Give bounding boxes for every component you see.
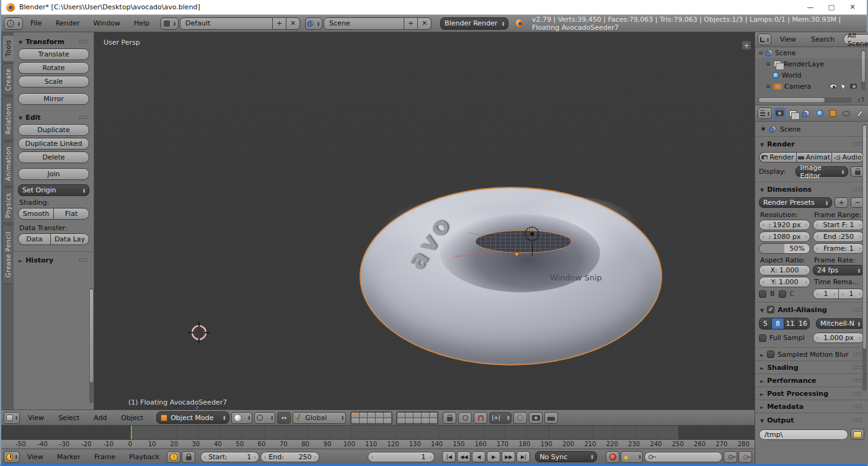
panel-grip-icon[interactable]	[853, 417, 863, 424]
layer-cell[interactable]	[422, 413, 429, 418]
snap-toggle[interactable]	[474, 412, 487, 424]
layer-cell[interactable]	[376, 418, 383, 423]
torus-object[interactable]: avo	[360, 187, 662, 365]
screen-layout-value[interactable]: Default	[180, 17, 273, 30]
tab-tools[interactable]: Tools	[2, 35, 14, 62]
edit-panel-header[interactable]: Edit	[14, 110, 94, 124]
frame-rate-dropdown[interactable]: 24 fps	[813, 265, 864, 276]
play-reverse-button[interactable]: ◀	[472, 451, 485, 462]
tab-object[interactable]	[828, 107, 839, 120]
render-presets-dropdown[interactable]: Render Presets	[759, 197, 832, 208]
layer-cell[interactable]	[405, 413, 413, 418]
pin-icon[interactable]: ✶	[760, 125, 766, 133]
tab-render-layers[interactable]	[787, 107, 799, 120]
layer-cell[interactable]	[414, 413, 421, 418]
outliner-view-menu[interactable]: View	[774, 32, 802, 47]
transform-panel-header[interactable]: Transform	[14, 35, 94, 48]
scene-icon-button[interactable]	[305, 17, 322, 30]
outliner-search-menu[interactable]: Search	[805, 32, 841, 47]
preview-range-toggle[interactable]	[167, 451, 180, 463]
crop-checkbox[interactable]	[779, 290, 786, 298]
layer-cell[interactable]	[360, 413, 367, 418]
filter-size-field[interactable]: 1.000 px	[813, 333, 864, 343]
minimize-button[interactable]: —	[801, 2, 820, 13]
layer-cell[interactable]	[397, 413, 405, 418]
layer-cell[interactable]	[397, 418, 405, 423]
panel-grip-icon[interactable]	[79, 257, 89, 264]
join-button[interactable]: Join	[18, 168, 89, 180]
history-panel-header[interactable]: History	[14, 253, 94, 267]
opengl-render-anim-button[interactable]	[544, 412, 558, 424]
record-button[interactable]	[606, 451, 619, 463]
active-keying-set-field[interactable]	[644, 452, 722, 462]
select-menu[interactable]: Select	[52, 410, 86, 425]
render-panel-header[interactable]: Render	[755, 137, 868, 151]
panel-grip-icon[interactable]	[853, 364, 863, 371]
sampled-motion-blur-panel-header[interactable]: Sampled Motion Blur	[755, 348, 868, 361]
close-button[interactable]: ✕	[843, 2, 862, 13]
tab-create[interactable]: Create	[2, 63, 14, 96]
visibility-eye-icon[interactable]	[830, 84, 837, 89]
manipulator-toggle[interactable]: ↔	[277, 412, 291, 424]
panel-grip-icon[interactable]	[853, 390, 863, 397]
lock-to-scene-icon[interactable]	[443, 412, 456, 424]
end-frame-field[interactable]: End:250	[260, 452, 319, 462]
render-audio-button[interactable]: ◁) Audio	[831, 152, 864, 163]
aspect-x-field[interactable]: X: 1.000	[759, 265, 810, 276]
layer-cell[interactable]	[376, 413, 383, 418]
panel-grip-icon[interactable]	[79, 114, 89, 121]
add-menu[interactable]: Add	[87, 410, 113, 425]
delete-scene-button[interactable]: ✕	[418, 17, 432, 30]
delete-keyframe-button[interactable]	[738, 451, 752, 463]
jump-to-end-button[interactable]: ▶|	[516, 451, 530, 462]
layer-cell[interactable]	[384, 413, 391, 418]
viewport-3d[interactable]: User Persp + avo z y x	[94, 32, 755, 410]
viewport-shading-dropdown[interactable]	[231, 412, 252, 424]
editor-type-selector-info[interactable]: i	[4, 17, 23, 30]
duplicate-button[interactable]: Duplicate	[18, 124, 89, 136]
mirror-button[interactable]: Mirror	[18, 93, 89, 105]
tool-shelf-scrollbar[interactable]	[89, 288, 94, 403]
time-remap-new-field[interactable]: 1	[839, 289, 864, 299]
layer-cell[interactable]	[352, 418, 359, 423]
editor-type-selector-outliner[interactable]	[758, 34, 771, 45]
delete-layout-button[interactable]: ✕	[286, 17, 300, 30]
outliner-row-scene[interactable]: ⊖ Scene	[755, 47, 868, 58]
insert-keyframe-button[interactable]	[724, 451, 737, 463]
layer-cell[interactable]	[384, 418, 391, 423]
layer-cell[interactable]	[422, 418, 429, 423]
opengl-render-still-button[interactable]	[529, 412, 542, 424]
anti-aliasing-panel-header[interactable]: Anti-Aliasing	[755, 303, 868, 316]
metadata-panel-header[interactable]: Metadata	[755, 400, 868, 413]
play-button[interactable]: ▶	[487, 451, 500, 462]
frame-start-field[interactable]: Start F: 1	[813, 220, 864, 230]
layer-cell[interactable]	[430, 418, 437, 423]
editor-type-selector-properties[interactable]	[758, 107, 772, 119]
output-path-field[interactable]: /tmp\	[759, 429, 848, 440]
scene-value[interactable]: Scene	[324, 17, 404, 30]
layer-cell[interactable]	[405, 418, 413, 423]
resolution-x-field[interactable]: : 1920 px	[759, 220, 810, 230]
outliner-vscrollbar[interactable]	[861, 50, 866, 91]
collapse-icon[interactable]: ⊖	[758, 50, 764, 56]
screen-layout-icon-button[interactable]	[161, 17, 179, 30]
frame-current-field[interactable]: Frame: 1	[813, 243, 864, 254]
current-frame-line[interactable]	[131, 426, 132, 439]
tab-scene[interactable]	[801, 107, 812, 120]
current-frame-field[interactable]: 1	[368, 452, 435, 462]
render-engine-dropdown[interactable]: Blender Render	[440, 17, 508, 30]
aa-samples-8[interactable]: 8	[772, 318, 784, 329]
aa-samples-11[interactable]: 11	[784, 318, 797, 329]
expand-icon[interactable]: ⊕	[765, 61, 771, 67]
display-dropdown[interactable]: Image Editor	[795, 166, 848, 177]
aa-samples-5[interactable]: 5	[760, 318, 772, 329]
tab-animation[interactable]: Animation	[2, 141, 14, 186]
add-layout-button[interactable]: +	[273, 17, 286, 30]
renderability-camera-icon[interactable]	[850, 84, 857, 89]
resolution-percent-slider[interactable]: 50%	[759, 243, 810, 254]
tab-physics[interactable]: Physics	[2, 187, 14, 223]
time-remap-old-field[interactable]: 1	[813, 289, 839, 299]
mode-dropdown[interactable]: Object Mode	[156, 411, 229, 424]
object-menu[interactable]: Object	[115, 410, 149, 425]
panel-grip-icon[interactable]	[853, 403, 863, 410]
